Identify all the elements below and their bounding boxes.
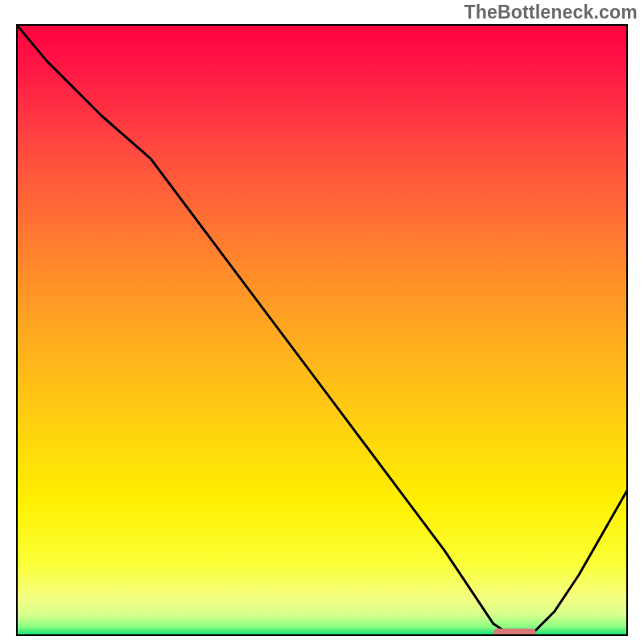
chart-container: TheBottleneck.com <box>0 0 644 644</box>
gradient-background <box>16 24 628 636</box>
plot-svg <box>16 24 628 636</box>
plot-area <box>16 24 628 636</box>
watermark-label: TheBottleneck.com <box>464 2 638 23</box>
